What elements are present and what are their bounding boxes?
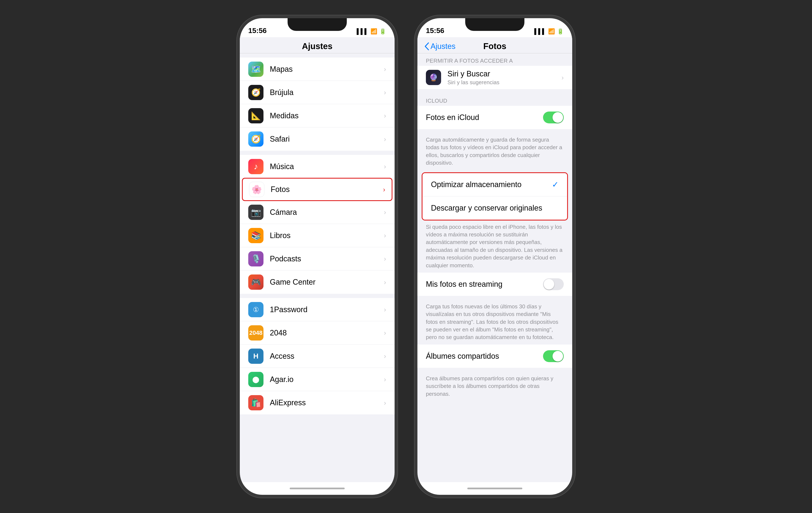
agar-chevron: ›: [384, 375, 386, 383]
list-item-safari[interactable]: 🧭 Safari ›: [240, 127, 395, 151]
storage-options-box: Optimizar almacenamiento ✓ Descargar y c…: [422, 172, 568, 220]
access-icon: H: [248, 349, 263, 364]
agar-icon: ⬤: [248, 372, 263, 387]
mapas-icon: 🗺️: [248, 61, 263, 77]
medidas-chevron: ›: [384, 112, 386, 119]
musica-icon: ♪: [248, 159, 263, 174]
scroll-area-right[interactable]: PERMITIR A FOTOS ACCEDER A 🔮 Siri y Busc…: [417, 53, 572, 482]
medidas-icon: 📐: [248, 108, 263, 124]
medidas-label: Medidas: [270, 111, 384, 120]
nav-title-left: Ajustes: [302, 42, 332, 51]
libros-chevron: ›: [384, 232, 386, 239]
signal-icon-right: ▌▌▌: [534, 28, 546, 35]
list-item-descargar[interactable]: Descargar y conservar originales: [423, 196, 567, 220]
safari-icon: 🧭: [248, 131, 263, 147]
fotos-icloud-desc: Carga automáticamente y guarda de forma …: [417, 133, 572, 170]
right-phone: 15:56 ▌▌▌ 📶 🔋 Ajustes Fotos PERMITIR A F…: [414, 15, 575, 498]
list-item-2048[interactable]: 2048 2048 ›: [240, 321, 395, 345]
list-item-siri[interactable]: 🔮 Siri y Buscar Siri y las sugerencias ›: [417, 66, 572, 89]
siri-content: Siri y Buscar Siri y las sugerencias: [447, 70, 561, 86]
home-bar-right: [467, 488, 522, 489]
nav-header-left: Ajustes: [240, 37, 395, 53]
safari-chevron: ›: [384, 135, 386, 143]
wifi-icon-right: 📶: [548, 28, 555, 35]
agar-label: Agar.io: [270, 375, 384, 384]
status-icons-right: ▌▌▌ 📶 🔋: [534, 28, 564, 35]
access-label: Access: [270, 352, 384, 361]
libros-icon: 📚: [248, 228, 263, 243]
list-section-2: ♪ Música › 🌸 Fotos › 📷 Cámara › 📚: [240, 155, 395, 294]
scroll-area-left[interactable]: 🗺️ Mapas › 🧭 Brújula › 📐 Medidas › 🧭 Saf…: [240, 53, 395, 482]
fotos-icloud-label: Fotos en iCloud: [426, 113, 543, 122]
gamecenter-icon: 🎮: [248, 274, 263, 290]
access-chevron: ›: [384, 352, 386, 360]
gamecenter-chevron: ›: [384, 278, 386, 286]
screen-right: Ajustes Fotos PERMITIR A FOTOS ACCEDER A…: [417, 37, 572, 482]
list-item-aliexpress[interactable]: 🛍️ AliExpress ›: [240, 391, 395, 414]
list-item-optimizar[interactable]: Optimizar almacenamiento ✓: [423, 173, 567, 196]
podcasts-icon: 🎙️: [248, 251, 263, 266]
albumes-desc: Crea álbumes para compartirlos con quien…: [417, 372, 572, 401]
gamecenter-label: Game Center: [270, 278, 384, 287]
brujula-chevron: ›: [384, 88, 386, 96]
nav-title-right: Fotos: [484, 42, 506, 51]
list-item-albumes[interactable]: Álbumes compartidos: [417, 345, 572, 368]
fotos-icloud-toggle[interactable]: [543, 111, 564, 124]
back-button[interactable]: Ajustes: [424, 42, 456, 51]
list-item-podcasts[interactable]: 🎙️ Podcasts ›: [240, 247, 395, 270]
list-item-1password[interactable]: ① 1Password ›: [240, 298, 395, 321]
podcasts-label: Podcasts: [270, 254, 384, 263]
descargar-label: Descargar y conservar originales: [431, 204, 559, 213]
siri-subtitle: Siri y las sugerencias: [447, 79, 561, 86]
list-item-medidas[interactable]: 📐 Medidas ›: [240, 104, 395, 127]
fotos-label: Fotos: [271, 185, 383, 194]
list-item-fotos[interactable]: 🌸 Fotos ›: [242, 178, 393, 201]
toggle-knob-streaming: [544, 279, 554, 290]
fotos-chevron: ›: [383, 186, 385, 193]
fotos-icon: 🌸: [249, 182, 264, 197]
toggle-knob-albumes: [553, 351, 563, 361]
1password-label: 1Password: [270, 305, 384, 314]
list-section-icloud: Fotos en iCloud: [417, 106, 572, 129]
list-section-albumes: Álbumes compartidos: [417, 345, 572, 368]
mapas-chevron: ›: [384, 65, 386, 73]
home-bar-left: [290, 488, 345, 489]
siri-chevron: ›: [561, 74, 564, 81]
siri-icon: 🔮: [426, 70, 441, 85]
camara-icon: 📷: [248, 205, 263, 220]
list-item-streaming[interactable]: Mis fotos en streaming: [417, 273, 572, 296]
list-section-siri: 🔮 Siri y Buscar Siri y las sugerencias ›: [417, 66, 572, 89]
list-item-gamecenter[interactable]: 🎮 Game Center ›: [240, 270, 395, 294]
streaming-toggle[interactable]: [543, 278, 564, 290]
list-item-fotos-icloud[interactable]: Fotos en iCloud: [417, 106, 572, 129]
toggle-knob: [553, 112, 563, 123]
aliexpress-label: AliExpress: [270, 398, 384, 407]
aliexpress-chevron: ›: [384, 399, 386, 407]
streaming-desc: Carga tus fotos nuevas de los últimos 30…: [417, 300, 572, 345]
albumes-toggle[interactable]: [543, 350, 564, 362]
home-indicator-left: [240, 482, 395, 495]
streaming-label: Mis fotos en streaming: [426, 280, 543, 289]
musica-label: Música: [270, 162, 384, 171]
brujula-label: Brújula: [270, 88, 384, 97]
2048-label: 2048: [270, 328, 384, 338]
safari-label: Safari: [270, 135, 384, 143]
camara-label: Cámara: [270, 208, 384, 217]
optimizar-checkmark: ✓: [552, 180, 559, 189]
list-item-agar[interactable]: ⬤ Agar.io ›: [240, 368, 395, 391]
list-item-brujula[interactable]: 🧭 Brújula ›: [240, 81, 395, 104]
musica-chevron: ›: [384, 163, 386, 170]
albumes-label: Álbumes compartidos: [426, 352, 543, 361]
battery-icon: 🔋: [379, 28, 386, 35]
list-item-mapas[interactable]: 🗺️ Mapas ›: [240, 58, 395, 81]
list-item-musica[interactable]: ♪ Música ›: [240, 155, 395, 178]
siri-label: Siri y Buscar: [447, 70, 561, 78]
list-item-libros[interactable]: 📚 Libros ›: [240, 224, 395, 247]
list-item-camara[interactable]: 📷 Cámara ›: [240, 200, 395, 224]
left-phone: 15:56 ▌▌▌ 📶 🔋 Ajustes 🗺️ Mapas ›: [237, 15, 398, 498]
list-item-access[interactable]: H Access ›: [240, 345, 395, 368]
optimizar-label: Optimizar almacenamiento: [431, 180, 552, 189]
1password-chevron: ›: [384, 305, 386, 314]
podcasts-chevron: ›: [384, 255, 386, 263]
back-label: Ajustes: [431, 42, 456, 51]
